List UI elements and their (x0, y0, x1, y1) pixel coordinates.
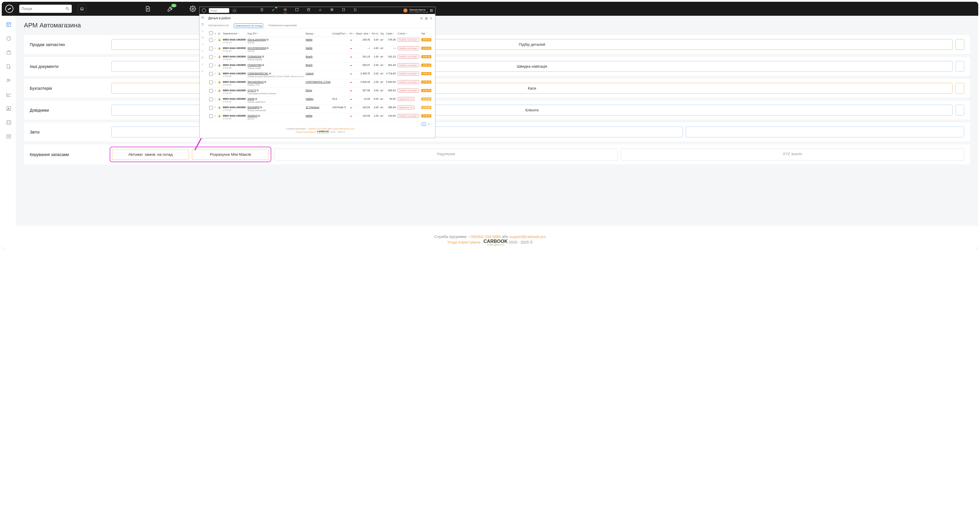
mini-page-icon[interactable] (353, 8, 357, 13)
rail-checklist-icon[interactable] (6, 64, 12, 70)
code-cell[interactable]: 074173 ⧉Прокладка клапаної кришки (247, 88, 305, 96)
footer-phone[interactable]: +38(044) 334-5889 (468, 235, 501, 239)
copy-icon[interactable]: ⧉ (260, 106, 262, 109)
mini-cal-icon[interactable] (307, 8, 310, 13)
btn-xyz[interactable]: XYZ аналіз (620, 148, 964, 160)
add-document-icon[interactable] (145, 6, 151, 12)
row-checkbox[interactable] (209, 97, 213, 101)
btn-surplus[interactable]: Надлишки (274, 148, 618, 160)
filter-icon[interactable]: ▾ (353, 32, 354, 35)
btn-placeholder[interactable] (686, 127, 964, 137)
status-cell[interactable]: Знайти постачал. (397, 71, 420, 79)
copy-icon[interactable]: ⧉ (258, 114, 260, 117)
row-menu-icon[interactable]: ≡ (215, 81, 216, 83)
th-order[interactable]: Замовлення (223, 32, 237, 35)
mini-logo[interactable] (202, 8, 206, 13)
copy-icon[interactable]: ⧉ (267, 38, 268, 41)
order-cell[interactable]: MMO-9444-196388917.01.25 (222, 37, 247, 46)
row-lock-icon[interactable]: 🔒 (218, 47, 221, 49)
order-cell[interactable]: MMO-9444-196388917.01.25 (222, 71, 247, 79)
th-store[interactable]: Склад/Пост. (332, 32, 346, 35)
brand-cell[interactable]: Mahle (305, 113, 331, 122)
th-code[interactable]: Код З/Ч (248, 32, 256, 35)
row-checkbox[interactable] (209, 81, 213, 84)
row-lock-icon[interactable]: 🔒 (218, 89, 221, 92)
code-cell[interactable]: F026407096 ⧉Фільтр оливи (247, 62, 305, 71)
row-lock-icon[interactable]: 🔒 (218, 97, 221, 100)
row-checkbox[interactable] (209, 72, 213, 76)
th-status[interactable]: Статус (398, 32, 406, 35)
row-lock-icon[interactable]: 🔒 (218, 106, 221, 109)
filter-icon[interactable]: ▾ (313, 32, 315, 35)
copy-icon[interactable]: ⧉ (262, 64, 264, 67)
mr-a-icon[interactable]: A (202, 56, 204, 59)
row-menu-icon[interactable]: ≡ (215, 55, 216, 58)
pager-current[interactable]: 1 (422, 122, 426, 126)
mini-tab-1[interactable]: Замовлення на склад (234, 23, 263, 28)
btn-minmax[interactable]: Розрахунок Міні-Максів (192, 149, 269, 160)
th-price[interactable]: Закуп. ціна (356, 32, 368, 35)
order-cell[interactable]: MMO-9444-196388917.01.25 (222, 113, 247, 122)
code-cell[interactable]: 00046 ⧉Кабель живлення (247, 96, 305, 105)
rail-chart-icon[interactable] (6, 92, 12, 97)
copy-icon[interactable]: ⧉ (264, 81, 266, 83)
brand-cell[interactable]: CONTINENTAL CTAM (305, 79, 331, 88)
filter-icon[interactable]: ▾ (406, 32, 407, 35)
order-cell[interactable]: MMO-9444-196388917.01.25 (222, 105, 247, 113)
mr-chart-icon[interactable]: ∿ (201, 49, 204, 52)
search-input[interactable] (22, 7, 65, 11)
row-checkbox[interactable] (209, 38, 213, 42)
pager-next-icon[interactable]: › (431, 123, 432, 126)
order-cell[interactable]: MMO-9444-196388917.01.25 (222, 79, 247, 88)
brand-cell[interactable]: Elring (305, 88, 331, 96)
row-lock-icon[interactable]: 🔒 (218, 114, 221, 117)
brand-cell[interactable]: Haldex (305, 96, 331, 105)
mini-swap-icon[interactable]: ⇅ (430, 17, 432, 20)
mr-sl-icon[interactable]: ⫴ (202, 63, 203, 66)
mini-book-icon[interactable] (342, 8, 345, 13)
rail-sliders-icon[interactable] (6, 119, 12, 125)
brand-cell[interactable]: Mahle (305, 46, 331, 54)
row-menu-icon[interactable]: ≡ (215, 106, 216, 109)
mr-case-icon[interactable]: ▭ (201, 29, 204, 32)
copy-icon[interactable]: ⧉ (255, 97, 257, 100)
code-cell[interactable]: B20345PR ⧉Фільтр повітряний (247, 105, 305, 113)
rail-dashboard-icon[interactable] (6, 22, 12, 27)
th-sum[interactable]: Сума (386, 32, 392, 35)
status-cell[interactable]: Знайти постачал. (397, 62, 420, 71)
order-cell[interactable]: MMO-9444-196388917.01.25 (222, 96, 247, 105)
wrench-icon[interactable]: 12 (167, 6, 173, 12)
brand-cell[interactable]: Castrol (305, 71, 331, 79)
rail-list-icon[interactable] (6, 133, 12, 140)
mini-sliders-icon[interactable] (295, 8, 299, 13)
mini-tab-2[interactable]: Повернення надлишків (268, 24, 297, 28)
mini-bar-icon[interactable] (318, 8, 322, 13)
mini-apps-icon[interactable] (430, 9, 433, 12)
mini-doc-icon[interactable] (260, 8, 264, 13)
mini-settings-icon[interactable] (283, 8, 287, 13)
footer-agreement[interactable]: Угода Користувача (447, 240, 480, 244)
order-cell[interactable]: MMO-9444-196388917.01.25 (222, 88, 247, 96)
mini-add-icon[interactable]: ⊕ (420, 17, 423, 20)
mini-grid-icon[interactable]: ▦ (425, 17, 428, 20)
rail-a-icon[interactable]: A (6, 106, 12, 111)
brand-cell[interactable]: JC Premium (305, 105, 331, 113)
code-cell[interactable]: 00160V0 ⧉603.54 (247, 113, 305, 122)
code-cell[interactable]: F026400346 ⧉Фільтр повітря (247, 54, 305, 62)
copy-icon[interactable]: ⧉ (269, 72, 271, 75)
order-cell[interactable]: MMO-9444-196388917.01.25 (222, 46, 247, 54)
mr-list-icon[interactable]: ≡ (202, 70, 203, 73)
filter-icon[interactable]: ▾ (369, 32, 370, 35)
th-unit[interactable]: Од. (380, 32, 384, 35)
status-cell[interactable]: Знайти постачал. (397, 113, 420, 122)
mr-check-icon[interactable]: ☑ (201, 36, 204, 39)
row-menu-icon[interactable]: ≡ (215, 64, 216, 67)
row-checkbox[interactable] (209, 114, 213, 118)
row-lock-icon[interactable]: 🔒 (218, 72, 221, 75)
btn-placeholder[interactable] (956, 83, 964, 94)
app-logo[interactable] (5, 5, 13, 13)
copy-icon[interactable]: ⧉ (257, 89, 258, 92)
brand-cell[interactable]: Bosch (305, 54, 331, 62)
btn-placeholder[interactable] (404, 127, 683, 137)
row-checkbox[interactable] (209, 89, 213, 93)
